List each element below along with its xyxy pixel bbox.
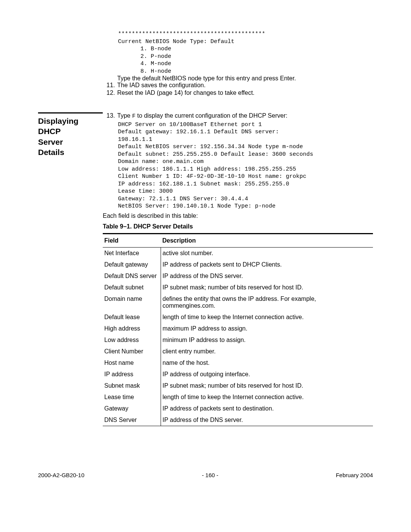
- table-cell-field: Default lease: [103, 312, 161, 323]
- table-cell-field: Default subnet: [103, 282, 161, 293]
- table-cell-desc: minimum IP address to assign.: [161, 334, 373, 346]
- config-line: Client Number 1 ID: 4F-92-0D-3E-10-10 Ho…: [118, 173, 373, 181]
- page-footer: 2000-A2-GB20-10 - 160 - February 2004: [38, 472, 373, 478]
- table-row: Lease timelength of time to keep the Int…: [103, 391, 373, 403]
- step-number: 11.: [103, 82, 117, 89]
- table-cell-desc: IP address of outgoing interface.: [161, 369, 373, 380]
- step13-suffix: to display the current configuration of …: [135, 112, 287, 119]
- table-cell-field: High address: [103, 323, 161, 334]
- netbios-current-line: Current NetBIOS Node Type: Default: [118, 38, 373, 46]
- node-option: 1. B-node: [137, 45, 373, 53]
- table-cell-desc: IP subnet mask; number of bits reserved …: [161, 282, 373, 293]
- node-option: 2. P-node: [137, 53, 373, 61]
- table-header-field: Field: [103, 233, 161, 247]
- step13-code: F: [132, 113, 135, 120]
- footer-center: - 160 -: [202, 472, 218, 478]
- config-line: IP address: 162.188.1.1 Subnet mask: 255…: [118, 181, 373, 188]
- table-header-desc: Description: [161, 233, 373, 247]
- table-row: GatewayIP address of packets sent to des…: [103, 403, 373, 414]
- config-line: Domain name: one.main.com: [118, 158, 373, 166]
- table-cell-field: IP address: [103, 369, 161, 380]
- table-cell-desc: length of time to keep the Internet conn…: [161, 312, 373, 323]
- table-row: Client Numberclient entry number.: [103, 346, 373, 357]
- table-cell-field: Lease time: [103, 391, 161, 403]
- table-cell-desc: client entry number.: [161, 346, 373, 357]
- heading-line: Displaying: [38, 116, 103, 126]
- footer-right: February 2004: [336, 472, 373, 478]
- footer-left: 2000-A2-GB20-10: [38, 472, 84, 478]
- table-cell-field: Subnet mask: [103, 380, 161, 391]
- step13-prefix: Type: [117, 112, 132, 119]
- table-cell-desc: maximum IP address to assign.: [161, 323, 373, 334]
- table-cell-desc: IP address of the DNS server.: [161, 414, 373, 426]
- table-cell-desc: active slot number.: [161, 247, 373, 259]
- step-text: The IAD saves the configuration.: [117, 82, 373, 89]
- dhcp-details-table: Field Description Net Interfaceactive sl…: [103, 233, 373, 426]
- config-line: Default subnet: 255.255.255.0 Default le…: [118, 151, 373, 158]
- config-line: DHCP Server on 10/100BaseT Ethernet port…: [118, 121, 373, 129]
- table-cell-desc: IP address of packets sent to DHCP Clien…: [161, 259, 373, 270]
- table-cell-field: Net Interface: [103, 247, 161, 259]
- table-row: High addressmaximum IP address to assign…: [103, 323, 373, 334]
- table-cell-field: Default gateway: [103, 259, 161, 270]
- table-cell-field: Host name: [103, 357, 161, 369]
- table-cell-field: DNS Server: [103, 414, 161, 426]
- table-cell-desc: defines the entity that owns the IP addr…: [161, 293, 373, 312]
- config-line: NetBIOS Server: 190.140.10.1 Node Type: …: [118, 203, 373, 210]
- config-line: 198.16.1.1: [118, 136, 373, 144]
- table-row: Default DNS serverIP address of the DNS …: [103, 270, 373, 282]
- table-row: Domain namedefines the entity that owns …: [103, 293, 373, 312]
- config-line: Low address: 186.1.1.1 High address: 198…: [118, 166, 373, 173]
- node-option: 8. H-node: [137, 68, 373, 75]
- step-text: Reset the IAD (page 14) for changes to t…: [117, 89, 373, 96]
- step-text: Type F to display the current configurat…: [117, 112, 373, 120]
- stars-line: ****************************************…: [118, 30, 373, 38]
- table-cell-field: Default DNS server: [103, 270, 161, 282]
- heading-line: Details: [38, 147, 103, 157]
- table-cell-desc: name of the host.: [161, 357, 373, 369]
- table-cell-field: Gateway: [103, 403, 161, 414]
- table-cell-desc: IP address of packets sent to destinatio…: [161, 403, 373, 414]
- step-number: 12.: [103, 89, 117, 96]
- section-heading: Displaying DHCP Server Details: [38, 112, 103, 157]
- table-cell-desc: length of time to keep the Internet conn…: [161, 391, 373, 403]
- table-row: IP addressIP address of outgoing interfa…: [103, 369, 373, 380]
- heading-line: Server: [38, 137, 103, 147]
- table-row: Net Interfaceactive slot number.: [103, 247, 373, 259]
- table-caption: Table 9–1. DHCP Server Details: [103, 223, 373, 230]
- table-cell-desc: IP address of the DNS server.: [161, 270, 373, 282]
- table-row: Default subnetIP subnet mask; number of …: [103, 282, 373, 293]
- table-cell-field: Domain name: [103, 293, 161, 312]
- config-line: Default NetBIOS server: 192.156.34.34 No…: [118, 143, 373, 151]
- table-row: Low addressminimum IP address to assign.: [103, 334, 373, 346]
- config-line: Gateway: 72.1.1.1 DNS Server: 30.4.4.4: [118, 195, 373, 203]
- config-line: Default gateway: 192.16.1.1 Default DNS …: [118, 128, 373, 136]
- config-line: Lease time: 3000: [118, 188, 373, 195]
- step-number: 13.: [103, 112, 117, 120]
- table-cell-field: Low address: [103, 334, 161, 346]
- table-row: Subnet maskIP subnet mask; number of bit…: [103, 380, 373, 391]
- type-instruction: Type the default NetBIOS node type for t…: [117, 75, 373, 82]
- table-cell-desc: IP subnet mask; number of bits reserved …: [161, 380, 373, 391]
- table-cell-field: Client Number: [103, 346, 161, 357]
- table-row: DNS ServerIP address of the DNS server.: [103, 414, 373, 426]
- node-option: 4. M-node: [137, 60, 373, 68]
- table-intro: Each field is described in this table:: [103, 212, 373, 219]
- heading-line: DHCP: [38, 126, 103, 136]
- table-row: Default leaselength of time to keep the …: [103, 312, 373, 323]
- table-row: Default gatewayIP address of packets sen…: [103, 259, 373, 270]
- table-row: Host namename of the host.: [103, 357, 373, 369]
